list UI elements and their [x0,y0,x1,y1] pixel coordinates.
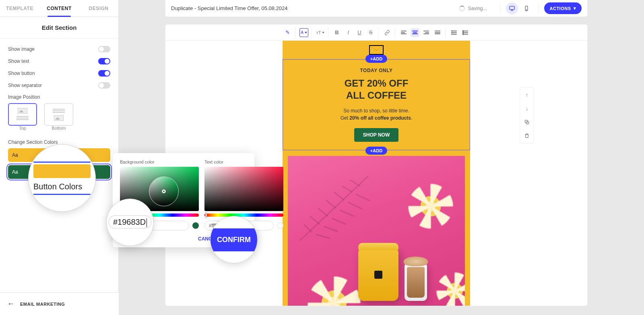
footer-bar: ← EMAIL MARKETING [0,292,119,315]
image-position-options: Top Bottom [8,103,110,131]
text-swatch-icon [277,222,283,229]
delete-button[interactable] [523,132,531,140]
label-show-image: Show image [8,46,35,52]
swatch-text-sample: Aa [12,152,18,158]
tab-content[interactable]: CONTENT [39,0,79,17]
magnifier-button-colors-label: Button Colors [32,180,92,194]
topbar: Duplicate - Special Limited Time Offer, … [165,0,588,17]
body-line2: Get 20% off all coffee products. [295,114,458,122]
chevron-down-icon: ▾ [574,6,576,11]
add-above-button[interactable]: +ADD [365,55,387,63]
image-position-bottom-label: Bottom [44,126,73,131]
spinner-icon [459,6,465,11]
actions-button[interactable]: ACTIONS ▾ [544,2,582,14]
align-center-button[interactable] [411,28,419,37]
align-justify-button[interactable] [433,28,442,37]
device-toggle [506,2,533,15]
move-down-button[interactable]: ↓ [523,104,531,112]
move-up-button[interactable]: ↑ [523,91,531,99]
leaf-shadow-icon [296,164,400,245]
magnifier-hex: #19683D [106,199,154,246]
italic-button[interactable]: I [344,28,353,37]
strike-button[interactable]: S [366,28,375,37]
tab-design[interactable]: DESIGN [79,0,118,17]
promo-tag: TODAY ONLY [295,68,458,73]
hero-image [288,156,465,306]
bold-button[interactable]: B [332,28,341,37]
bg-color-label: Background color [120,160,199,164]
text-hue-cursor[interactable] [205,212,207,218]
svg-rect-0 [510,6,514,9]
underline-button[interactable]: U [355,28,364,37]
svg-point-2 [526,9,526,10]
toggle-show-image[interactable] [98,46,110,52]
section-float-actions: ↑ ↓ [520,87,534,143]
save-status-text: Saving... [468,6,487,11]
picker-ring-icon [162,189,166,193]
footer-label: EMAIL MARKETING [20,302,65,307]
body-line1: So much to shop, so little time. [295,107,458,114]
flower-decor [413,188,449,224]
headline-line1: GET 20% OFF [295,77,458,89]
back-arrow-icon[interactable]: ← [7,300,14,308]
text-saturation-field[interactable] [204,167,283,211]
paint-format-icon[interactable]: ✎ [283,28,292,37]
magnifier-button-colors: Button Colors [28,144,96,212]
align-left-button[interactable] [399,28,408,37]
device-mobile[interactable] [520,2,533,15]
magnifier-confirm-label: CONFIRM [210,228,258,251]
product-bag [358,249,398,301]
email-preview: +ADD TODAY ONLY GET 20% OFF ALL COFFEE S… [283,41,470,306]
font-color-button[interactable]: A [299,28,308,37]
image-position-bottom[interactable]: Bottom [44,103,73,131]
link-button[interactable] [383,28,392,37]
image-position-label: Image Position [8,94,110,100]
promo-body: So much to shop, so little time. Get 20%… [295,107,458,122]
text-color-label: Text color [204,160,283,164]
text-hue-slider[interactable] [204,213,283,217]
product-cup [405,264,427,301]
actions-button-label: ACTIONS [550,6,571,11]
font-size-button[interactable]: тT [316,28,325,37]
save-status: Saving... [452,6,494,11]
image-position-top[interactable]: Top [8,103,37,131]
sidebar-tabs: TEMPLATE CONTENT DESIGN [0,0,118,17]
bullet-list-button[interactable] [450,28,458,37]
align-right-button[interactable] [422,28,431,37]
headline-line2: ALL COFFEE [295,89,458,102]
magnifier-hex-value: #19683D [109,216,151,228]
document-title[interactable]: Duplicate - Special Limited Time Offer, … [171,5,452,11]
mail-icon [369,45,384,55]
section-title: Edit Section [0,17,118,39]
tab-template[interactable]: TEMPLATE [0,0,39,17]
toggle-show-text[interactable] [98,58,110,64]
bg-swatch-icon [192,222,199,229]
swatch-button-sample: Aa [12,169,18,175]
device-desktop[interactable] [506,2,518,15]
shop-now-button[interactable]: SHOP NOW [354,128,398,142]
rich-text-toolbar: ✎ A тT B I U S [165,25,587,41]
flower-decor-2 [312,281,356,306]
toggle-show-separator[interactable] [98,82,110,89]
duplicate-button[interactable] [523,118,531,126]
magnifier-picker-cursor [149,176,179,206]
magnifier-confirm: CONFIRM [210,216,258,263]
label-show-button: Show button [8,70,35,76]
image-position-top-label: Top [8,126,37,131]
label-show-separator: Show separator [8,83,42,88]
selected-section[interactable]: +ADD TODAY ONLY GET 20% OFF ALL COFFEE S… [283,59,470,150]
flower-decor-3 [441,277,465,305]
label-show-text: Show text [8,58,29,64]
toggle-show-button[interactable] [98,70,110,77]
add-below-button[interactable]: +ADD [365,147,387,155]
promo-headline: GET 20% OFF ALL COFFEE [295,77,458,102]
number-list-button[interactable] [461,28,470,37]
